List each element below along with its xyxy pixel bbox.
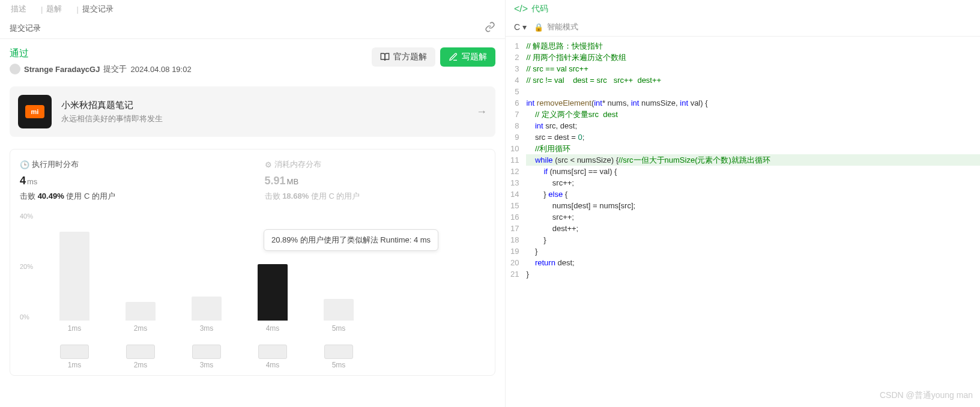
code-editor[interactable]: 123456789101112131415161718192021 // 解题思… (506, 37, 980, 407)
legend-item[interactable]: 5ms (324, 345, 354, 369)
panel-header-title: 提交记录 (10, 23, 41, 34)
chevron-down-icon: ▾ (522, 22, 527, 32)
chip-icon: ⚙ (265, 160, 272, 169)
chart-tooltip: 20.89% 的用户使用了类似解法 Runtime: 4 ms (264, 229, 438, 251)
lock-icon: 🔒 (534, 23, 543, 32)
language-selector[interactable]: C ▾ (514, 22, 527, 32)
code-lines: // 解题思路：快慢指针// 用两个指针来遍历这个数组// src == val… (526, 40, 980, 407)
write-solution-button[interactable]: 写题解 (440, 47, 495, 67)
submitted-prefix: 提交于 (103, 64, 127, 74)
y-axis: 40% 20% 0% (20, 213, 33, 321)
stats-card: 🕒 执行用时分布 4ms 击败 40.49% 使用 C 的用户 ⚙ (10, 149, 495, 376)
x-tick: 2ms (126, 324, 156, 333)
promo-title: 小米秋招真题笔记 (61, 100, 163, 111)
content-scroll[interactable]: 通过 Strange FaradaycGJ 提交于 2024.04.08 19:… (0, 39, 505, 407)
chart-bar[interactable] (59, 232, 89, 321)
chart-legend: 1ms2ms3ms4ms5ms (35, 345, 485, 369)
mi-logo-icon: mi (25, 105, 44, 118)
watermark: CSDN @普通young man (880, 390, 973, 401)
tab-solutions[interactable]: 题解 (46, 4, 62, 14)
submitter-row: Strange FaradaycGJ 提交于 2024.04.08 19:02 (10, 64, 192, 74)
promo-card[interactable]: mi 小米秋招真题笔记 永远相信美好的事情即将发生 → (10, 86, 495, 137)
chart-bar[interactable] (324, 299, 354, 321)
runtime-beat: 击败 40.49% 使用 C 的用户 (20, 191, 241, 202)
status-label: 通过 (10, 47, 192, 60)
promo-icon: mi (18, 95, 52, 128)
chart-bar[interactable] (126, 302, 156, 321)
code-header: </> 代码 (506, 0, 980, 18)
action-buttons: 官方题解 写题解 (372, 47, 495, 67)
submitter-name[interactable]: Strange FaradaycGJ (24, 65, 100, 74)
chart-bar[interactable] (258, 264, 288, 321)
code-toolbar: C ▾ 🔒 智能模式 (506, 18, 980, 37)
legend-item[interactable]: 2ms (126, 345, 156, 369)
x-tick: 4ms (258, 324, 288, 333)
legend-item[interactable]: 1ms (59, 345, 89, 369)
memory-beat: 击败 18.68% 使用 C 的用户 (265, 191, 486, 202)
link-icon[interactable] (485, 22, 495, 35)
code-header-label: 代码 (531, 4, 548, 14)
result-header: 通过 Strange FaradaycGJ 提交于 2024.04.08 19:… (10, 47, 495, 74)
runtime-block[interactable]: 🕒 执行用时分布 4ms 击败 40.49% 使用 C 的用户 (20, 159, 241, 202)
stats-header: 🕒 执行用时分布 4ms 击败 40.49% 使用 C 的用户 ⚙ (20, 159, 485, 202)
clock-icon: 🕒 (20, 160, 29, 169)
left-panel: 描述| 题解| 提交记录 提交记录 通过 Strange FaradaycGJ … (0, 0, 506, 407)
chart-bar[interactable] (192, 297, 222, 321)
top-tabs: 描述| 题解| 提交记录 (0, 0, 505, 18)
tab-submissions[interactable]: 提交记录 (82, 4, 113, 14)
memory-title: ⚙ 消耗内存分布 (265, 159, 486, 170)
runtime-value: 4ms (20, 175, 241, 187)
code-panel: </> 代码 C ▾ 🔒 智能模式 1234567891011121314151… (506, 0, 980, 407)
code-icon: </> (514, 4, 528, 14)
runtime-chart: 40% 20% 0% 1ms2ms3ms4ms5ms 1ms2ms3ms4ms5… (20, 213, 485, 369)
promo-subtitle: 永远相信美好的事情即将发生 (61, 113, 163, 124)
line-gutter: 123456789101112131415161718192021 (506, 40, 526, 407)
x-tick: 1ms (59, 324, 89, 333)
official-solution-button[interactable]: 官方题解 (372, 47, 435, 67)
memory-value: 5.91MB (265, 175, 486, 187)
x-axis-labels: 1ms2ms3ms4ms5ms (35, 324, 485, 333)
avatar[interactable] (10, 64, 20, 74)
arrow-right-icon: → (476, 106, 487, 118)
mode-label[interactable]: 🔒 智能模式 (534, 22, 578, 32)
panel-header: 提交记录 (0, 18, 505, 39)
legend-item[interactable]: 4ms (258, 345, 288, 369)
x-tick: 5ms (324, 324, 354, 333)
runtime-title: 🕒 执行用时分布 (20, 159, 241, 170)
tab-description[interactable]: 描述 (11, 4, 26, 14)
bars-row (35, 213, 485, 321)
legend-item[interactable]: 3ms (192, 345, 222, 369)
x-tick: 3ms (192, 324, 222, 333)
memory-block[interactable]: ⚙ 消耗内存分布 5.91MB 击败 18.68% 使用 C 的用户 (265, 159, 486, 202)
submitted-time: 2024.04.08 19:02 (130, 65, 191, 74)
